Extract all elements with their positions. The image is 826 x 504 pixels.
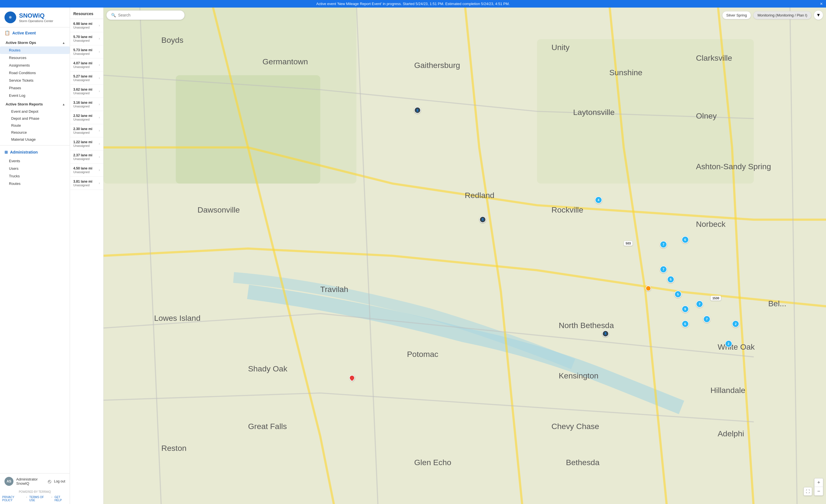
map-cluster[interactable]: 6 (682, 236, 689, 243)
map-orange-marker[interactable] (646, 286, 651, 291)
map-background[interactable]: Boyds Germantown Gaithersburg Unity Suns… (104, 8, 826, 504)
resource-status: Unassigned (73, 157, 92, 161)
map-cluster[interactable]: 4 (595, 196, 602, 204)
storm-report-item-route[interactable]: Route (0, 122, 70, 129)
nav-item-road-conditions[interactable]: Road Conditions (0, 69, 70, 77)
get-help-link[interactable]: GET HELP (55, 496, 67, 502)
logout-button[interactable]: ⎋ (48, 478, 51, 485)
storm-report-item-material-usage[interactable]: Material Usage (0, 136, 70, 143)
resource-item[interactable]: 6.98 lane mi Unassigned › (70, 19, 103, 32)
admin-item-routes[interactable]: Routes (0, 180, 70, 187)
nav-item-assignments[interactable]: Assignments (0, 62, 70, 69)
search-input[interactable] (118, 13, 180, 17)
resource-item[interactable]: 5.70 lane mi Unassigned › (70, 32, 103, 45)
resource-status: Unassigned (73, 105, 92, 108)
active-event-header[interactable]: 📋 Active Event (0, 27, 70, 38)
admin-item-users[interactable]: Users (0, 165, 70, 172)
resource-info: 3.62 lane mi Unassigned (73, 87, 92, 95)
svg-text:Lowes Island: Lowes Island (154, 314, 200, 322)
resource-chevron: › (99, 63, 100, 67)
svg-text:Bel...: Bel... (768, 299, 786, 308)
nav-item-routes[interactable]: Routes (0, 47, 70, 54)
map-expand-button[interactable]: ⛶ (804, 487, 812, 496)
resource-item[interactable]: 4.07 lane mi Unassigned › (70, 58, 103, 72)
logout-label[interactable]: Log out (54, 480, 65, 483)
filter-button[interactable]: ▼ (814, 10, 823, 20)
map-cluster[interactable]: 7 (703, 315, 710, 323)
storm-report-item-resource[interactable]: Resource (0, 129, 70, 136)
resource-item[interactable]: 2.37 lane mi Unassigned › (70, 150, 103, 164)
resource-item[interactable]: 3.62 lane mi Unassigned › (70, 85, 103, 98)
resource-status: Unassigned (73, 170, 92, 174)
active-storm-ops-group: Active Storm Ops ▲ RoutesResourcesAssign… (0, 38, 70, 100)
map-container: Boyds Germantown Gaithersburg Unity Suns… (104, 8, 826, 504)
zoom-in-button[interactable]: + (815, 479, 823, 487)
resource-info: 5.70 lane mi Unassigned (73, 35, 92, 42)
resource-item[interactable]: 5.27 lane mi Unassigned › (70, 72, 103, 85)
admin-item-trucks[interactable]: Trucks (0, 172, 70, 180)
map-person-pin[interactable]: 👤 (602, 330, 609, 337)
content-area: Resources 6.98 lane mi Unassigned › 5.70… (70, 8, 826, 504)
map-person-pin[interactable]: 👤 (479, 216, 486, 223)
location-button[interactable]: Silver Spring (722, 11, 751, 19)
svg-text:Germantown: Germantown (262, 57, 308, 66)
svg-text:Olney: Olney (696, 111, 717, 120)
svg-text:Glen Echo: Glen Echo (414, 458, 451, 467)
nav-item-event-log[interactable]: Event Log (0, 92, 70, 99)
map-cluster[interactable]: 6 (682, 320, 689, 327)
map-label: 1530 (710, 296, 721, 301)
resource-chevron: › (99, 37, 100, 41)
banner-close-button[interactable]: × (820, 1, 823, 6)
storm-report-item-depot-and-phase[interactable]: Depot and Phase (0, 115, 70, 122)
storm-reports-chevron: ▲ (62, 103, 65, 106)
administration-section[interactable]: ⊞ Administration (0, 147, 70, 157)
resource-status: Unassigned (73, 118, 92, 121)
resource-chevron: › (99, 155, 100, 159)
nav-item-resources[interactable]: Resources (0, 54, 70, 62)
nav-item-service-tickets[interactable]: Service Tickets (0, 77, 70, 84)
resource-item[interactable]: 4.50 lane mi Unassigned › (70, 164, 103, 177)
svg-text:Dawsonville: Dawsonville (197, 205, 240, 214)
active-storm-ops-header[interactable]: Active Storm Ops ▲ (0, 39, 70, 47)
svg-text:Adelphi: Adelphi (718, 429, 744, 438)
resource-item[interactable]: 1.22 lane mi Unassigned › (70, 137, 103, 150)
user-name: Administrator SnowIQ (16, 477, 45, 486)
resource-item[interactable]: 5.73 lane mi Unassigned › (70, 45, 103, 58)
storm-report-item-event-and-depot[interactable]: Event and Depot (0, 108, 70, 115)
svg-text:Hillandale: Hillandale (710, 386, 746, 395)
map-cluster[interactable]: 5 (667, 276, 674, 283)
footer-links: PRIVACY POLICY • TERMS OF USE • GET HELP (0, 495, 70, 504)
svg-text:Chevy Chase: Chevy Chase (551, 422, 599, 431)
sidebar: ❄ SNOWiQ Storm Operations Center 📋 Activ… (0, 8, 70, 504)
app-subtitle: Storm Operations Center (19, 19, 53, 23)
svg-text:Clarksville: Clarksville (696, 53, 732, 62)
resource-chevron: › (99, 181, 100, 185)
nav-item-phases[interactable]: Phases (0, 84, 70, 92)
logo-area: ❄ SNOWiQ Storm Operations Center (0, 8, 70, 27)
map-cluster[interactable]: 5 (674, 291, 682, 298)
active-storm-reports-header[interactable]: Active Storm Reports ▲ (0, 101, 70, 108)
map-cluster[interactable]: 7 (660, 266, 667, 273)
resource-mi: 5.70 lane mi (73, 35, 92, 39)
resource-item[interactable]: 2.30 lane mi Unassigned › (70, 124, 103, 137)
resource-chevron: › (99, 89, 100, 93)
resource-item[interactable]: 2.52 lane mi Unassigned › (70, 111, 103, 124)
resource-mi: 2.37 lane mi (73, 153, 92, 157)
plan-button[interactable]: Monitoring (Monitoring / Plan I) (753, 11, 812, 19)
resource-item[interactable]: 3.81 lane mi Unassigned › (70, 177, 103, 190)
map-cluster[interactable]: 2 (725, 340, 732, 348)
sidebar-divider (0, 145, 70, 145)
user-avatar: AS (4, 477, 13, 486)
svg-text:North Bethesda: North Bethesda (559, 321, 614, 330)
resource-mi: 3.62 lane mi (73, 87, 92, 91)
privacy-policy-link[interactable]: PRIVACY POLICY (2, 496, 24, 502)
resource-info: 5.73 lane mi Unassigned (73, 48, 92, 55)
map-cluster[interactable]: 9 (682, 305, 689, 313)
svg-text:Redland: Redland (465, 191, 494, 200)
admin-item-events[interactable]: Events (0, 157, 70, 165)
terms-of-use-link[interactable]: TERMS OF USE (30, 496, 49, 502)
resource-status: Unassigned (73, 91, 92, 95)
resource-item[interactable]: 3.16 lane mi Unassigned › (70, 98, 103, 111)
zoom-out-button[interactable]: − (815, 487, 823, 495)
svg-text:Norbeck: Norbeck (696, 219, 726, 229)
